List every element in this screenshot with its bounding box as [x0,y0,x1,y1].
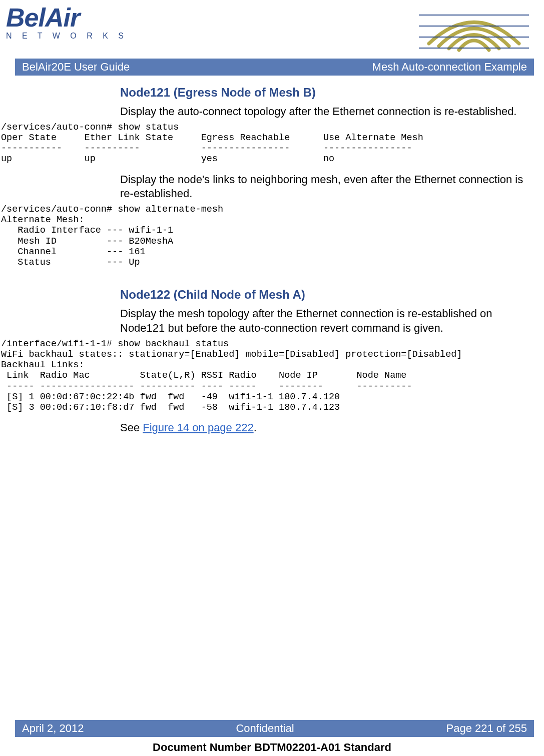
console-output: /services/auto-conn# show alternate-mesh… [1,204,544,268]
console-output: /services/auto-conn# show status Oper St… [1,122,544,165]
footer-date: April 2, 2012 [22,722,84,735]
section-heading-node121: Node121 (Egress Node of Mesh B) [120,86,544,100]
logo-subtitle: N E T W O R K S [6,32,128,41]
logo-title: BelAir [6,6,128,30]
body-text: Display the mesh topology after the Ethe… [120,307,524,335]
wireless-arc-icon [414,6,534,54]
see-prefix: See [120,421,143,434]
logo-block: BelAir N E T W O R K S [6,6,128,41]
footer-confidential: Confidential [236,722,294,735]
console-output: /interface/wifi-1-1# show backhaul statu… [1,339,544,413]
see-suffix: . [254,421,257,434]
document-number: Document Number BDTM02201-A01 Standard [0,741,544,754]
see-reference-line: See Figure 14 on page 222. [120,421,524,435]
body-text: Display the node's links to neighboring … [120,173,524,201]
page-content: Node121 (Egress Node of Mesh B) Display … [0,76,544,435]
figure-link[interactable]: Figure 14 on page 222 [143,421,253,434]
body-text: Display the auto-connect topology after … [120,105,524,119]
title-banner: BelAir20E User Guide Mesh Auto-connectio… [15,59,534,76]
section-heading-node122: Node122 (Child Node of Mesh A) [120,288,544,302]
banner-left: BelAir20E User Guide [22,61,130,74]
footer-page: Page 221 of 255 [446,722,527,735]
footer-banner: April 2, 2012 Confidential Page 221 of 2… [15,720,534,737]
page-header: BelAir N E T W O R K S [0,0,544,54]
banner-right: Mesh Auto-connection Example [372,61,527,74]
